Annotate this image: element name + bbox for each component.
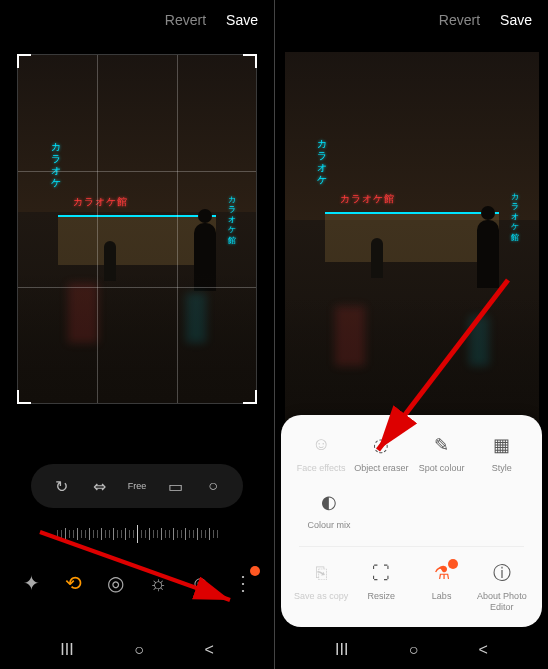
phone-right: Revert Save カラオケ カラオケ館 カラオケ館 ☺ Face effe… bbox=[274, 0, 548, 669]
resize-option[interactable]: ⛶ Resize bbox=[351, 561, 411, 613]
save-as-copy-option: ⎘ Save as copy bbox=[291, 561, 351, 613]
ratio-toolbar: ↻ ⇔ Free ▭ ○ bbox=[31, 464, 243, 508]
face-effects-option: ☺ Face effects bbox=[291, 433, 351, 474]
revert-button[interactable]: Revert bbox=[439, 12, 480, 28]
more-menu-sheet: ☺ Face effects ◌ Object eraser ✎ Spot co… bbox=[281, 415, 542, 627]
menu-label: Labs bbox=[432, 591, 452, 602]
recents-button[interactable]: III bbox=[335, 641, 348, 659]
crop-handle[interactable] bbox=[17, 390, 31, 404]
home-button[interactable]: ○ bbox=[409, 641, 419, 659]
home-button[interactable]: ○ bbox=[134, 641, 144, 659]
labs-icon: ⚗ bbox=[430, 561, 454, 585]
notification-badge bbox=[448, 559, 458, 569]
divider bbox=[299, 546, 524, 547]
storefront bbox=[58, 215, 216, 265]
magic-icon[interactable]: ✦ bbox=[18, 570, 44, 596]
menu-label: Object eraser bbox=[354, 463, 408, 474]
storefront bbox=[325, 212, 499, 262]
crop-handle[interactable] bbox=[243, 390, 257, 404]
colour-mix-option[interactable]: ◐ Colour mix bbox=[299, 490, 359, 531]
grid-line bbox=[97, 55, 98, 403]
original-ratio-icon[interactable]: ○ bbox=[203, 476, 223, 496]
silhouette bbox=[371, 238, 383, 278]
editor-tool-tabs: ✦ ⟲ ◎ ☼ ☺ ⋮ bbox=[0, 546, 274, 610]
grid-line bbox=[177, 55, 178, 403]
save-copy-icon: ⎘ bbox=[309, 561, 333, 585]
free-ratio-icon[interactable]: Free bbox=[127, 476, 147, 496]
more-icon[interactable]: ⋮ bbox=[230, 570, 256, 596]
menu-label: Face effects bbox=[297, 463, 346, 474]
resize-icon: ⛶ bbox=[369, 561, 393, 585]
neon-sign: カラオケ館 bbox=[508, 187, 519, 228]
grid-line bbox=[18, 287, 256, 288]
dropper-icon: ✎ bbox=[430, 433, 454, 457]
photo-canvas[interactable]: カラオケ カラオケ館 カラオケ館 bbox=[285, 52, 539, 426]
rotate-icon[interactable]: ↻ bbox=[51, 476, 71, 496]
revert-button[interactable]: Revert bbox=[165, 12, 206, 28]
menu-row: ⎘ Save as copy ⛶ Resize ⚗ Labs ⓘ About P… bbox=[291, 561, 532, 613]
reflection bbox=[285, 296, 539, 426]
neon-sign: カラオケ館 bbox=[225, 190, 236, 231]
menu-label: Colour mix bbox=[307, 520, 350, 531]
photo-canvas[interactable]: カラオケ カラオケ館 カラオケ館 bbox=[17, 54, 257, 404]
phone-left: Revert Save カラオケ カラオケ館 カラオケ館 ↻ ⇔ Free ▭ … bbox=[0, 0, 274, 669]
editor-header: Revert Save bbox=[275, 0, 548, 40]
about-option[interactable]: ⓘ About Photo Editor bbox=[472, 561, 532, 613]
menu-row: ◐ Colour mix bbox=[291, 490, 532, 531]
object-eraser-option[interactable]: ◌ Object eraser bbox=[351, 433, 411, 474]
brightness-icon[interactable]: ☼ bbox=[145, 570, 171, 596]
system-navbar: III ○ < bbox=[275, 629, 548, 669]
flip-icon[interactable]: ⇔ bbox=[89, 476, 109, 496]
reflection bbox=[18, 273, 256, 403]
labs-option[interactable]: ⚗ Labs bbox=[412, 561, 472, 613]
back-button[interactable]: < bbox=[479, 641, 488, 659]
neon-sign: カラオケ bbox=[315, 132, 329, 180]
neon-sign: カラオケ bbox=[48, 135, 62, 183]
save-button[interactable]: Save bbox=[500, 12, 532, 28]
menu-label: Spot colour bbox=[419, 463, 465, 474]
emoji-icon[interactable]: ☺ bbox=[187, 570, 213, 596]
editor-header: Revert Save bbox=[0, 0, 274, 40]
menu-label: Save as copy bbox=[294, 591, 348, 602]
aspect-ratio-icon[interactable]: ▭ bbox=[165, 476, 185, 496]
system-navbar: III ○ < bbox=[0, 629, 274, 669]
crop-icon[interactable]: ⟲ bbox=[60, 570, 86, 596]
filter-icon[interactable]: ◎ bbox=[103, 570, 129, 596]
grid-line bbox=[18, 171, 256, 172]
silhouette bbox=[477, 220, 499, 288]
face-icon: ☺ bbox=[309, 433, 333, 457]
neon-sign: カラオケ館 bbox=[73, 195, 128, 209]
info-icon: ⓘ bbox=[490, 561, 514, 585]
notification-badge bbox=[250, 566, 260, 576]
colour-mix-icon: ◐ bbox=[317, 490, 341, 514]
rotation-ruler[interactable] bbox=[10, 522, 264, 546]
menu-row: ☺ Face effects ◌ Object eraser ✎ Spot co… bbox=[291, 433, 532, 474]
style-icon: ▦ bbox=[490, 433, 514, 457]
neon-sign: カラオケ館 bbox=[340, 192, 395, 206]
menu-label: Resize bbox=[368, 591, 396, 602]
spot-colour-option[interactable]: ✎ Spot colour bbox=[412, 433, 472, 474]
eraser-icon: ◌ bbox=[369, 433, 393, 457]
crop-handle[interactable] bbox=[17, 54, 31, 68]
back-button[interactable]: < bbox=[204, 641, 213, 659]
crop-handle[interactable] bbox=[243, 54, 257, 68]
menu-label: About Photo Editor bbox=[472, 591, 532, 613]
style-option[interactable]: ▦ Style bbox=[472, 433, 532, 474]
save-button[interactable]: Save bbox=[226, 12, 258, 28]
recents-button[interactable]: III bbox=[60, 641, 73, 659]
menu-label: Style bbox=[492, 463, 512, 474]
